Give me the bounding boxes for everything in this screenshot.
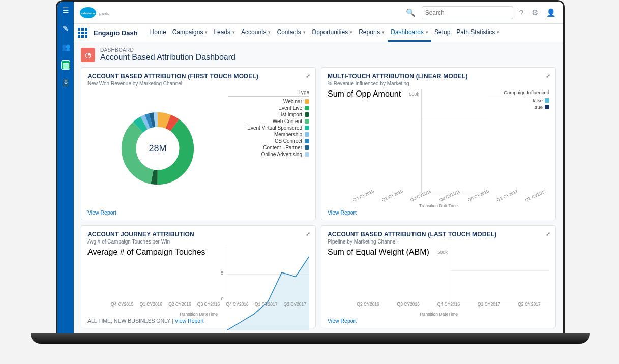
chevron-down-icon: ▾	[232, 29, 235, 35]
card-title: ACCOUNT BASED ATTRIBUTION (FIRST TOUCH M…	[87, 73, 309, 80]
expand-icon[interactable]: ⤢	[306, 231, 310, 237]
view-report-link[interactable]: View Report	[87, 209, 116, 216]
legend-item: false	[488, 97, 549, 104]
legend-item: List Import	[228, 111, 309, 118]
card-journey: ⤢ ACCOUNT JOURNEY ATTRIBUTION Avg # of C…	[81, 225, 316, 328]
donut-chart: 28M	[120, 110, 196, 187]
chevron-down-icon: ▾	[350, 29, 352, 35]
chevron-down-icon: ▾	[303, 29, 306, 35]
chevron-down-icon: ▾	[268, 29, 271, 35]
card-multi-touch: ⤢ MULTI-TOUCH ATTRIBUTION (LINEAR MODEL)…	[321, 67, 556, 220]
tab-path-statistics[interactable]: Path Statistics▾	[453, 24, 503, 42]
salesforce-pardot-logo: salesforcepardot	[79, 5, 109, 20]
topbar: salesforcepardot 🔍 ? ⚙ 👤	[74, 2, 563, 24]
app-launcher-icon[interactable]	[78, 28, 87, 38]
svg-text:pardot: pardot	[99, 11, 109, 16]
view-report-link[interactable]: View Report	[175, 318, 204, 324]
breadcrumb: DASHBOARD	[100, 47, 235, 53]
tab-home[interactable]: Home	[147, 24, 169, 42]
chevron-down-icon: ▾	[205, 29, 208, 35]
legend-item: Event Live	[228, 105, 309, 111]
filter-prefix: ALL TIME, NEW BUSINESS ONLY |	[87, 318, 175, 324]
wand-icon[interactable]: ✎	[61, 24, 70, 33]
line-chart: Average # of Campaign Touches 50 Q4 CY20…	[87, 248, 309, 316]
legend-item: Web Content	[228, 118, 309, 125]
page-header: ◔ DASHBOARD Account Based Attribution Da…	[74, 42, 563, 67]
donut-legend: Type WebinarEvent LiveList ImportWeb Con…	[228, 89, 309, 207]
card-title: ACCOUNT BASED ATTRIBUTION (LAST TOUCH MO…	[328, 231, 549, 238]
user-icon[interactable]: 👤	[544, 8, 558, 17]
tab-setup[interactable]: Setup	[431, 24, 453, 42]
card-subtitle: Avg # of Campaign Touches per Win	[87, 239, 309, 245]
card-title: ACCOUNT JOURNEY ATTRIBUTION	[87, 231, 309, 238]
card-last-touch: ⤢ ACCOUNT BASED ATTRIBUTION (LAST TOUCH …	[321, 225, 556, 328]
dashboard-icon: ◔	[81, 48, 95, 62]
search-icon: 🔍	[404, 8, 418, 17]
search-input[interactable]	[425, 9, 510, 16]
expand-icon[interactable]: ⤢	[546, 231, 550, 237]
expand-icon[interactable]: ⤢	[546, 73, 550, 79]
svg-text:salesforce: salesforce	[81, 12, 95, 15]
nav-tabs: Engagio Dash HomeCampaigns▾Leads▾Account…	[74, 24, 563, 42]
page-title: Account Based Attribution Dashboard	[100, 53, 235, 62]
view-report-link[interactable]: View Report	[328, 209, 357, 216]
card-subtitle: % Revenue Influenced by Marketing	[328, 81, 549, 86]
stacked-bar-chart: Sum of Opp Amount 500k Q4 CY2015Q1 CY201…	[328, 89, 549, 207]
tab-accounts[interactable]: Accounts▾	[238, 24, 274, 42]
legend-item: Online Advertising	[228, 151, 309, 158]
legend-item: CS Connect	[228, 138, 309, 144]
card-subtitle: Pipeline by Marketing Channel	[328, 239, 549, 245]
card-first-touch: ⤢ ACCOUNT BASED ATTRIBUTION (FIRST TOUCH…	[81, 67, 316, 220]
tab-contacts[interactable]: Contacts▾	[274, 24, 308, 42]
help-icon[interactable]: ?	[517, 8, 525, 17]
left-rail: ☰ ✎ 👥 ▥ 🗄	[57, 2, 74, 336]
tab-opportunities[interactable]: Opportunities▾	[309, 24, 356, 42]
donut-center-value: 28M	[120, 110, 196, 187]
hamburger-icon[interactable]: ☰	[61, 6, 70, 15]
app-name: Engagio Dash	[94, 29, 138, 37]
expand-icon[interactable]: ⤢	[306, 73, 310, 79]
legend-item: Membership	[228, 131, 309, 138]
tab-dashboards[interactable]: Dashboards▾	[388, 24, 431, 42]
card-subtitle: New Won Revenue by Marketing Channel	[87, 81, 309, 86]
view-report-link[interactable]: View Report	[328, 318, 357, 324]
chevron-down-icon: ▾	[426, 29, 428, 35]
search-box[interactable]	[422, 6, 513, 19]
legend-item: Content - Partner	[228, 144, 309, 151]
legend-item: true	[488, 104, 549, 110]
bar-legend: Campaign Influenced falsetrue	[488, 89, 549, 110]
bar-chart: Sum of Equal Weight (ABM) 500k Q2 CY2016…	[328, 248, 549, 316]
briefcase-icon[interactable]: 🗄	[61, 79, 70, 88]
legend-item: Webinar	[228, 98, 309, 105]
tab-reports[interactable]: Reports▾	[356, 24, 388, 42]
tab-campaigns[interactable]: Campaigns▾	[169, 24, 211, 42]
chart-icon[interactable]: ▥	[61, 60, 70, 70]
tab-leads[interactable]: Leads▾	[211, 24, 238, 42]
settings-icon[interactable]: ⚙	[529, 8, 540, 17]
chevron-down-icon: ▾	[497, 29, 499, 35]
people-icon[interactable]: 👥	[61, 42, 70, 51]
legend-item: Event Virtual Sponsored	[228, 125, 309, 131]
chevron-down-icon: ▾	[382, 29, 385, 35]
card-title: MULTI-TOUCH ATTRIBUTION (LINEAR MODEL)	[328, 73, 549, 80]
